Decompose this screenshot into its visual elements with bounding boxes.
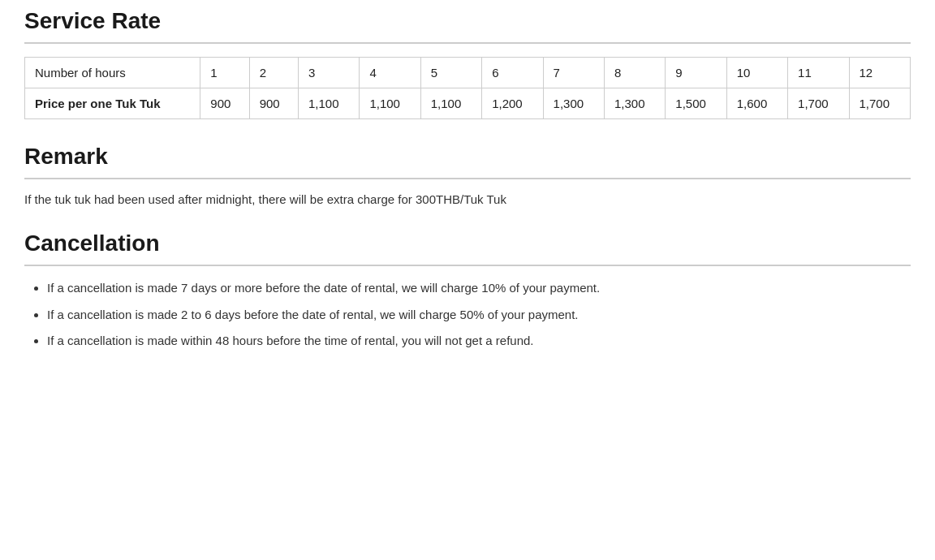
price-11: 1,700	[788, 88, 849, 119]
price-9: 1,500	[666, 88, 726, 119]
hours-row-header: Number of hours	[25, 58, 200, 88]
price-1: 900	[200, 88, 249, 119]
hour-5: 5	[420, 58, 481, 88]
hours-row: Number of hours 1 2 3 4 5 6 7 8 9 10 11 …	[25, 58, 911, 88]
price-2: 900	[249, 88, 298, 119]
price-10: 1,600	[726, 88, 787, 119]
cancellation-item-2: If a cancellation is made 2 to 6 days be…	[47, 306, 911, 325]
hour-4: 4	[360, 58, 420, 88]
price-3: 1,100	[298, 88, 359, 119]
hour-12: 12	[849, 58, 911, 88]
hour-10: 10	[726, 58, 787, 88]
remark-title: Remark	[24, 144, 911, 179]
hour-1: 1	[200, 58, 249, 88]
hour-3: 3	[298, 58, 359, 88]
remark-text: If the tuk tuk had been used after midni…	[24, 192, 911, 206]
price-12: 1,700	[849, 88, 911, 119]
hour-7: 7	[543, 58, 604, 88]
rate-table: Number of hours 1 2 3 4 5 6 7 8 9 10 11 …	[24, 57, 911, 119]
hour-9: 9	[666, 58, 726, 88]
page-container: Service Rate Number of hours 1 2 3 4 5 6…	[0, 0, 935, 391]
hour-2: 2	[249, 58, 298, 88]
price-row-header: Price per one Tuk Tuk	[25, 88, 200, 119]
service-rate-title: Service Rate	[24, 8, 911, 44]
price-5: 1,100	[420, 88, 481, 119]
cancellation-list: If a cancellation is made 7 days or more…	[24, 279, 911, 351]
price-8: 1,300	[604, 88, 665, 119]
cancellation-title: Cancellation	[24, 230, 911, 266]
service-rate-section: Service Rate Number of hours 1 2 3 4 5 6…	[24, 8, 911, 119]
price-6: 1,200	[482, 88, 543, 119]
cancellation-item-3: If a cancellation is made within 48 hour…	[47, 332, 911, 351]
hour-11: 11	[788, 58, 849, 88]
cancellation-section: Cancellation If a cancellation is made 7…	[24, 230, 911, 351]
hour-6: 6	[482, 58, 543, 88]
hour-8: 8	[604, 58, 665, 88]
price-4: 1,100	[360, 88, 420, 119]
price-7: 1,300	[543, 88, 604, 119]
cancellation-item-1: If a cancellation is made 7 days or more…	[47, 279, 911, 298]
remark-section: Remark If the tuk tuk had been used afte…	[24, 144, 911, 206]
price-row: Price per one Tuk Tuk 900 900 1,100 1,10…	[25, 88, 911, 119]
